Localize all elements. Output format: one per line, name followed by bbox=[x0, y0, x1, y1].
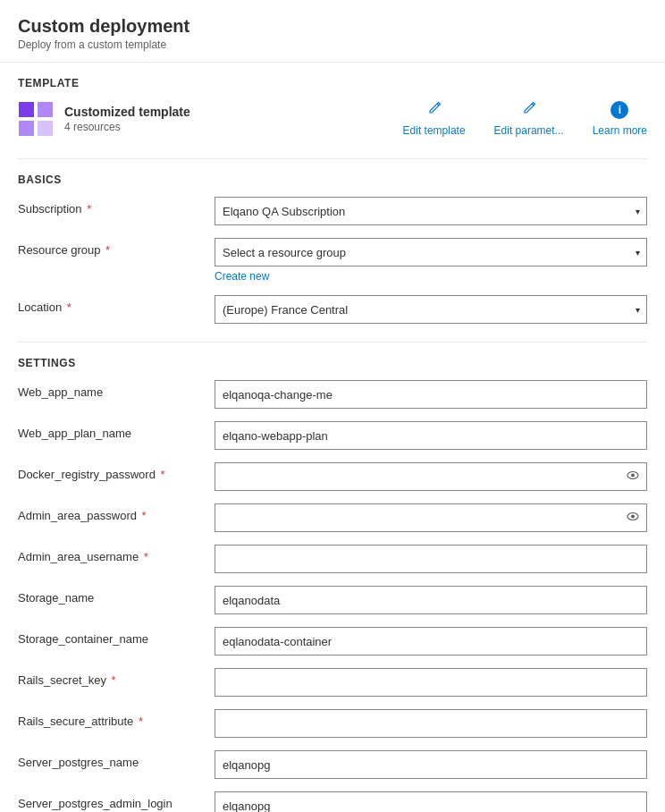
server-postgres-name-control bbox=[215, 750, 647, 779]
learn-more-label: Learn more bbox=[593, 124, 647, 137]
storage-name-control bbox=[215, 586, 647, 614]
server-postgres-name-label: Server_postgres_name bbox=[18, 750, 215, 769]
resource-group-select-wrapper: Select a resource group ▾ bbox=[215, 238, 647, 266]
edit-template-icon bbox=[426, 100, 442, 119]
web-app-plan-name-input[interactable] bbox=[215, 421, 647, 450]
template-info: Customized template 4 resources bbox=[18, 101, 190, 137]
settings-section-label: SETTINGS bbox=[18, 357, 647, 369]
server-postgres-admin-login-control bbox=[215, 791, 647, 812]
subscription-required: * bbox=[84, 202, 92, 216]
storage-container-name-label: Storage_container_name bbox=[18, 627, 215, 646]
location-label: Location * bbox=[18, 295, 215, 314]
server-postgres-name-input[interactable] bbox=[215, 750, 647, 779]
web-app-plan-name-row: Web_app_plan_name bbox=[18, 421, 647, 450]
template-resources: 4 resources bbox=[64, 121, 190, 133]
page-header: Custom deployment Deploy from a custom t… bbox=[0, 0, 665, 63]
main-content: TEMPLATE Customized template 4 resources bbox=[0, 63, 665, 812]
basics-section: BASICS Subscription * Elqano QA Subscrip… bbox=[18, 173, 647, 324]
template-icon bbox=[18, 101, 54, 137]
edit-params-icon bbox=[521, 100, 537, 119]
svg-point-7 bbox=[631, 515, 635, 519]
docker-registry-password-label: Docker_registry_password * bbox=[18, 462, 215, 481]
docker-registry-password-input[interactable] bbox=[215, 462, 647, 491]
basics-section-label: BASICS bbox=[18, 173, 647, 186]
docker-registry-password-control bbox=[215, 462, 647, 491]
web-app-name-row: Web_app_name bbox=[18, 380, 647, 409]
rails-secure-attribute-row: Rails_secure_attribute * bbox=[18, 709, 647, 738]
admin-area-password-control bbox=[215, 503, 647, 532]
rails-secret-key-input[interactable] bbox=[215, 668, 647, 697]
location-select[interactable]: (Europe) France Central bbox=[215, 295, 647, 324]
rails-secret-key-row: Rails_secret_key * bbox=[18, 668, 647, 697]
web-app-plan-name-label: Web_app_plan_name bbox=[18, 421, 215, 440]
storage-name-label: Storage_name bbox=[18, 586, 215, 605]
web-app-name-control bbox=[215, 380, 647, 409]
rails-secure-attribute-label: Rails_secure_attribute * bbox=[18, 709, 215, 728]
svg-point-5 bbox=[631, 474, 635, 478]
resource-group-row: Resource group * Select a resource group… bbox=[18, 238, 647, 283]
create-new-link[interactable]: Create new bbox=[215, 270, 269, 283]
admin-area-username-control bbox=[215, 545, 647, 573]
storage-name-row: Storage_name bbox=[18, 586, 647, 614]
storage-container-name-row: Storage_container_name bbox=[18, 627, 647, 656]
settings-section: SETTINGS Web_app_name Web_app_plan_name … bbox=[18, 357, 647, 812]
template-actions: Edit template Edit paramet... i Learn mo… bbox=[403, 100, 647, 137]
svg-rect-1 bbox=[38, 102, 53, 117]
edit-template-action[interactable]: Edit template bbox=[403, 100, 466, 137]
admin-area-password-wrapper bbox=[215, 503, 647, 532]
template-details: Customized template 4 resources bbox=[64, 105, 190, 133]
rails-secure-attribute-input[interactable] bbox=[215, 709, 647, 738]
admin-area-username-row: Admin_area_username * bbox=[18, 545, 647, 573]
web-app-name-label: Web_app_name bbox=[18, 380, 215, 399]
svg-rect-3 bbox=[38, 121, 53, 136]
storage-name-input[interactable] bbox=[215, 586, 647, 614]
docker-registry-password-wrapper bbox=[215, 462, 647, 491]
storage-container-name-control bbox=[215, 627, 647, 656]
location-row: Location * (Europe) France Central ▾ bbox=[18, 295, 647, 324]
resource-group-control: Select a resource group ▾ Create new bbox=[215, 238, 647, 283]
docker-registry-password-eye-icon[interactable] bbox=[626, 469, 640, 486]
rails-secure-attribute-control bbox=[215, 709, 647, 738]
admin-area-password-input[interactable] bbox=[215, 503, 647, 532]
admin-area-password-eye-icon[interactable] bbox=[626, 510, 640, 527]
page-subtitle: Deploy from a custom template bbox=[18, 38, 647, 51]
admin-area-password-label: Admin_area_password * bbox=[18, 503, 215, 522]
subscription-select[interactable]: Elqano QA Subscription bbox=[215, 197, 647, 225]
divider-1 bbox=[18, 158, 647, 159]
location-control: (Europe) France Central ▾ bbox=[215, 295, 647, 324]
server-postgres-name-row: Server_postgres_name bbox=[18, 750, 647, 779]
svg-rect-0 bbox=[19, 102, 34, 117]
server-postgres-admin-login-row: Server_postgres_admin_login bbox=[18, 791, 647, 812]
edit-template-label: Edit template bbox=[403, 124, 466, 137]
subscription-control: Elqano QA Subscription ▾ bbox=[215, 197, 647, 225]
subscription-row: Subscription * Elqano QA Subscription ▾ bbox=[18, 197, 647, 225]
rails-secret-key-control bbox=[215, 668, 647, 697]
resource-group-select[interactable]: Select a resource group bbox=[215, 238, 647, 266]
rails-secret-key-label: Rails_secret_key * bbox=[18, 668, 215, 687]
location-required: * bbox=[63, 300, 72, 314]
info-icon: i bbox=[610, 101, 628, 119]
resource-group-label: Resource group * bbox=[18, 238, 215, 257]
admin-area-username-label: Admin_area_username * bbox=[18, 545, 215, 563]
docker-registry-password-row: Docker_registry_password * bbox=[18, 462, 647, 491]
subscription-label: Subscription * bbox=[18, 197, 215, 216]
storage-container-name-input[interactable] bbox=[215, 627, 647, 656]
web-app-name-input[interactable] bbox=[215, 380, 647, 409]
edit-params-label: Edit paramet... bbox=[494, 124, 564, 137]
location-select-wrapper: (Europe) France Central ▾ bbox=[215, 295, 647, 324]
web-app-plan-name-control bbox=[215, 421, 647, 450]
admin-area-password-row: Admin_area_password * bbox=[18, 503, 647, 532]
server-postgres-admin-login-input[interactable] bbox=[215, 791, 647, 812]
subscription-select-wrapper: Elqano QA Subscription ▾ bbox=[215, 197, 647, 225]
page-title: Custom deployment bbox=[18, 16, 647, 37]
template-card: Customized template 4 resources Edit tem… bbox=[18, 100, 647, 137]
resource-group-required: * bbox=[103, 243, 111, 257]
learn-more-action[interactable]: i Learn more bbox=[593, 101, 647, 137]
template-section-label: TEMPLATE bbox=[18, 77, 647, 89]
server-postgres-admin-login-label: Server_postgres_admin_login bbox=[18, 791, 215, 810]
admin-area-username-input[interactable] bbox=[215, 545, 647, 573]
template-section: TEMPLATE Customized template 4 resources bbox=[18, 77, 647, 137]
edit-params-action[interactable]: Edit paramet... bbox=[494, 100, 564, 137]
divider-2 bbox=[18, 342, 647, 343]
template-name: Customized template bbox=[64, 105, 190, 119]
